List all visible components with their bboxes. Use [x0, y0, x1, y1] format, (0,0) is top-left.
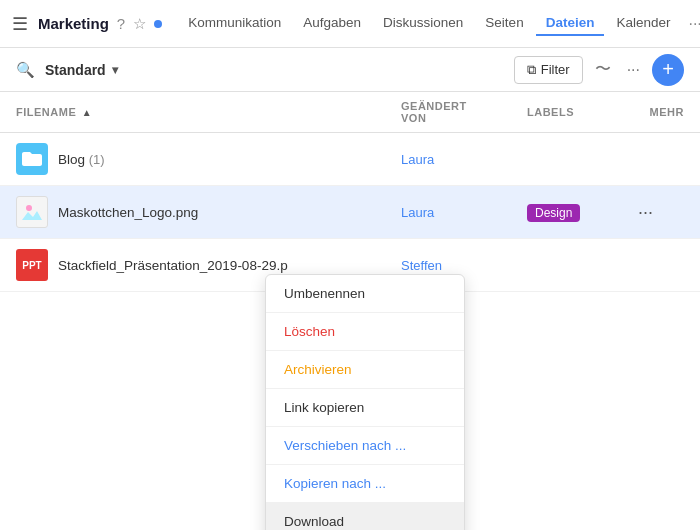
star-icon[interactable]: ☆ — [133, 15, 146, 33]
col-header-filename[interactable]: FILENAME ▲ — [0, 92, 385, 133]
tab-aufgaben[interactable]: Aufgaben — [293, 11, 371, 36]
changed-by-ppt[interactable]: Steffen — [401, 258, 442, 273]
ppt-icon: PPT — [16, 249, 48, 281]
search-icon: 🔍 — [16, 61, 35, 79]
folder-icon — [16, 143, 48, 175]
file-table: FILENAME ▲ GEÄNDERT VON LABELS MEHR — [0, 92, 700, 292]
file-name-cell: Maskottchen_Logo.png — [16, 196, 369, 228]
dropdown-item-copy[interactable]: Kopieren nach ... — [266, 465, 464, 503]
status-dot — [154, 20, 162, 28]
nav-icons: ? ☆ — [117, 15, 162, 33]
tab-diskussionen[interactable]: Diskussionen — [373, 11, 473, 36]
dropdown-item-copy-link[interactable]: Link kopieren — [266, 389, 464, 427]
action-menu-button[interactable]: ··· — [632, 200, 684, 225]
chevron-down-icon: ▾ — [112, 63, 118, 77]
context-menu: UmbenennenLöschenArchivierenLink kopiere… — [265, 274, 465, 530]
dropdown-item-rename[interactable]: Umbenennen — [266, 275, 464, 313]
table-row: Blog (1) Laura — [0, 133, 700, 186]
file-name-logo[interactable]: Maskottchen_Logo.png — [58, 205, 198, 220]
design-label-badge: Design — [527, 204, 580, 222]
view-label: Standard — [45, 62, 106, 78]
dropdown-item-move[interactable]: Verschieben nach ... — [266, 427, 464, 465]
tab-seiten[interactable]: Seiten — [475, 11, 533, 36]
toolbar-right: ⧉ Filter 〜 ··· + — [514, 54, 684, 86]
tab-dateien[interactable]: Dateien — [536, 11, 605, 36]
more-options-icon[interactable]: ··· — [623, 57, 644, 83]
dropdown-item-archive[interactable]: Archivieren — [266, 351, 464, 389]
dropdown-item-delete[interactable]: Löschen — [266, 313, 464, 351]
col-header-more[interactable]: MEHR — [616, 92, 700, 133]
sort-arrow-icon: ▲ — [82, 107, 92, 118]
col-header-changed[interactable]: GEÄNDERT VON — [385, 92, 511, 133]
hamburger-icon[interactable]: ☰ — [12, 13, 28, 35]
filter-label: Filter — [541, 62, 570, 77]
dropdown-item-download[interactable]: Download — [266, 503, 464, 530]
help-icon[interactable]: ? — [117, 15, 125, 32]
png-icon — [16, 196, 48, 228]
project-title: Marketing — [38, 15, 109, 32]
view-selector-button[interactable]: Standard ▾ — [39, 58, 124, 82]
file-name-blog[interactable]: Blog (1) — [58, 152, 105, 167]
filter-button[interactable]: ⧉ Filter — [514, 56, 583, 84]
top-nav: ☰ Marketing ? ☆ Kommunikation Aufgaben D… — [0, 0, 700, 48]
file-name-ppt[interactable]: Stackfield_Präsentation_2019-08-29.p — [58, 258, 288, 273]
filter-icon: ⧉ — [527, 62, 536, 78]
svg-point-0 — [26, 205, 32, 211]
nav-more-icon[interactable]: ··· — [682, 11, 700, 37]
nav-tabs: Kommunikation Aufgaben Diskussionen Seit… — [178, 11, 700, 37]
add-button[interactable]: + — [652, 54, 684, 86]
table-row: Maskottchen_Logo.png Laura Design ··· — [0, 186, 700, 239]
changed-by-logo[interactable]: Laura — [401, 205, 434, 220]
tab-kommunikation[interactable]: Kommunikation — [178, 11, 291, 36]
col-header-labels[interactable]: LABELS — [511, 92, 616, 133]
chart-icon[interactable]: 〜 — [591, 55, 615, 84]
changed-by-blog[interactable]: Laura — [401, 152, 434, 167]
tab-kalender[interactable]: Kalender — [606, 11, 680, 36]
toolbar: 🔍 Standard ▾ ⧉ Filter 〜 ··· + — [0, 48, 700, 92]
file-name-cell: Blog (1) — [16, 143, 369, 175]
